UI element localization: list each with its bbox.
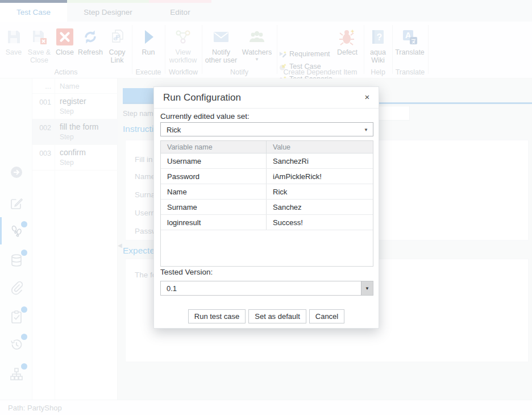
value-set-select[interactable]: Rick ▼: [160, 122, 373, 136]
app-window: Test Case Step Designer Editor Save: [0, 0, 532, 415]
column-header-value: Value: [267, 141, 373, 153]
tested-version-value: 0.1: [167, 284, 177, 293]
variable-name: Username: [161, 153, 267, 168]
variable-row[interactable]: Password iAmPickleRick!: [161, 169, 373, 184]
variable-name: Surname: [161, 200, 267, 214]
variable-value: Success!: [267, 215, 373, 230]
variable-row[interactable]: Name Rick: [161, 184, 373, 200]
variable-value: Rick: [267, 184, 373, 199]
close-icon: ×: [365, 92, 370, 102]
variables-table-header: Variable name Value: [161, 141, 373, 153]
run-configuration-dialog: Run Configuration × Currently edited val…: [153, 86, 379, 329]
dialog-button-row: Run test case Set as default Cancel: [154, 309, 379, 323]
variables-table: Variable name Value Username SanchezRi P…: [160, 140, 373, 267]
variable-row[interactable]: Username SanchezRi: [161, 153, 373, 169]
variable-name: Password: [161, 169, 267, 184]
value-set-selected: Rick: [167, 126, 181, 134]
tested-version-label: Tested Version:: [160, 268, 213, 276]
set-as-default-button[interactable]: Set as default: [248, 309, 306, 323]
variable-row[interactable]: loginresult Success!: [161, 215, 373, 230]
value-set-label: Currently edited value set:: [160, 112, 250, 121]
variable-name: Name: [161, 184, 267, 199]
variable-row[interactable]: Surname Sanchez: [161, 200, 373, 215]
run-test-case-button[interactable]: Run test case: [188, 309, 246, 323]
dialog-close-button[interactable]: ×: [361, 92, 373, 103]
column-header-variable: Variable name: [161, 141, 267, 153]
variable-value: iAmPickleRick!: [267, 169, 373, 184]
dialog-header: Run Configuration ×: [154, 87, 379, 109]
caret-down-icon: ▼: [365, 286, 369, 291]
cancel-button[interactable]: Cancel: [309, 309, 344, 323]
dropdown-button[interactable]: ▼: [361, 281, 373, 295]
tested-version-combobox[interactable]: 0.1 ▼: [160, 281, 373, 296]
caret-down-icon: ▼: [364, 127, 368, 132]
dialog-title: Run Configuration: [163, 92, 241, 103]
variable-name: loginresult: [161, 215, 267, 230]
variable-value: Sanchez: [267, 200, 373, 214]
variable-value: SanchezRi: [267, 153, 373, 168]
